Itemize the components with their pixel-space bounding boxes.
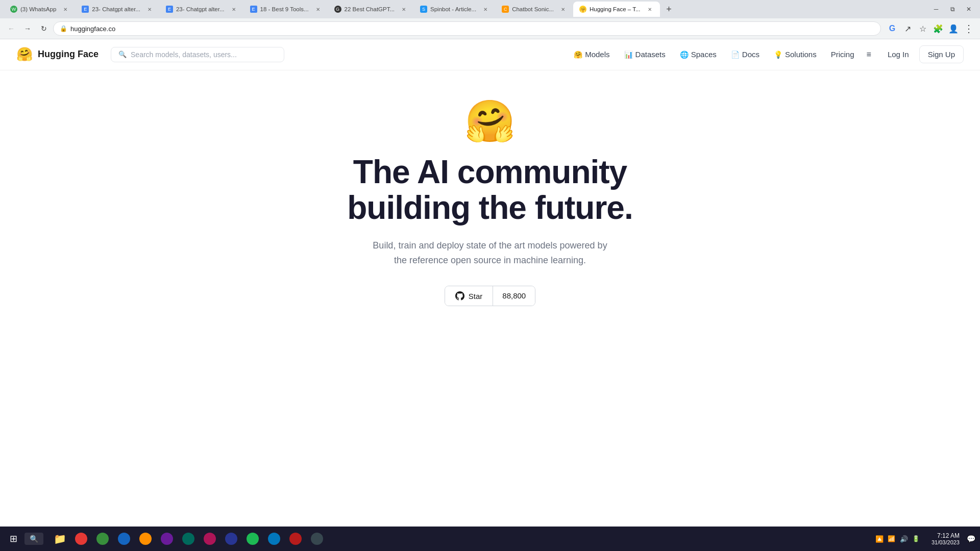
nav-actions: G ↗ ☆ 🧩 👤 ⋮ (885, 21, 976, 36)
bookmark-button[interactable]: ☆ (916, 21, 930, 36)
search-icon: 🔍 (118, 51, 127, 58)
nav-models[interactable]: 🤗 Models (568, 46, 616, 63)
notification-icon[interactable]: 💬 (966, 534, 976, 544)
taskbar-file-explorer[interactable]: 📁 (50, 529, 70, 549)
taskbar-date-display: 31/03/2023 (932, 539, 960, 545)
taskbar-app-11[interactable] (307, 529, 327, 549)
taskbar-search[interactable]: 🔍 (24, 533, 43, 545)
tab-close-5[interactable]: ✕ (400, 5, 408, 13)
tab-label-2: 23- Chatgpt alter... (92, 6, 140, 12)
tab-huggingface[interactable]: 🤗 Hugging Face – T... ✕ (573, 2, 660, 17)
taskbar-app-3[interactable] (114, 529, 134, 549)
start-button[interactable]: ⊞ (4, 530, 22, 548)
url-text: huggingface.co (70, 25, 115, 33)
spaces-icon: 🌐 (680, 51, 689, 59)
star-label: Star (469, 292, 483, 300)
nav-datasets[interactable]: 📊 Datasets (618, 46, 672, 63)
tab-4[interactable]: E 18 - Best 9 Tools... ✕ (244, 2, 328, 17)
taskbar-app-10-icon (289, 533, 302, 545)
tab-favicon-2: E (82, 6, 89, 13)
tab-label-whatsapp: (3) WhatsApp (20, 6, 56, 12)
taskbar-app-10[interactable] (285, 529, 306, 549)
tab-3[interactable]: E 23- Chatgpt alter... ✕ (160, 2, 244, 17)
taskbar-icons: 📁 (50, 529, 327, 549)
tab-close-2[interactable]: ✕ (145, 5, 154, 13)
signup-button[interactable]: Sign Up (919, 45, 964, 63)
nav-spaces[interactable]: 🌐 Spaces (674, 46, 723, 63)
extension-button[interactable]: 🧩 (931, 21, 945, 36)
tab-close-6[interactable]: ✕ (481, 5, 489, 13)
taskbar-app-6[interactable] (178, 529, 199, 549)
hero-subtitle: Build, train and deploy state of the art… (373, 238, 607, 268)
window-close-button[interactable]: ✕ (962, 2, 976, 16)
battery-icon[interactable]: 🔋 (911, 534, 921, 544)
address-bar[interactable]: 🔒 huggingface.co (53, 21, 881, 36)
nav-menu-icon[interactable]: ≡ (863, 46, 875, 63)
window-minimize-button[interactable]: ─ (929, 2, 943, 16)
nav-docs[interactable]: 📄 Docs (725, 46, 766, 63)
hero-title: The AI community building the future. (347, 154, 632, 226)
share-button[interactable]: ↗ (900, 21, 915, 36)
taskbar-app-4[interactable] (135, 529, 156, 549)
taskbar-app-1[interactable] (71, 529, 91, 549)
taskbar-right: 🔼 📶 🔊 🔋 7:12 AM 31/03/2023 💬 (874, 532, 976, 545)
taskbar-app-4-icon (139, 533, 152, 545)
site-nav-links: 🤗 Models 📊 Datasets 🌐 Spaces 📄 Docs 💡 So… (568, 46, 875, 63)
star-button[interactable]: Star (445, 286, 494, 306)
sys-expand-icon[interactable]: 🔼 (874, 534, 885, 544)
profile-button[interactable]: 👤 (946, 21, 961, 36)
tab-label-3: 23- Chatgpt alter... (176, 6, 225, 12)
volume-icon[interactable]: 🔊 (899, 534, 909, 544)
github-icon (455, 291, 464, 300)
solutions-icon: 💡 (774, 51, 782, 59)
taskbar-app-5[interactable] (157, 529, 177, 549)
hero-section: 🤗 The AI community building the future. … (0, 70, 980, 327)
taskbar-app-8[interactable] (221, 529, 241, 549)
login-button[interactable]: Log In (879, 46, 917, 63)
window-controls: ─ ⧉ ✕ (929, 2, 976, 16)
back-button[interactable]: ← (4, 21, 18, 36)
docs-icon: 📄 (731, 51, 740, 59)
tab-favicon-5: G (334, 6, 341, 13)
site-search-bar[interactable]: 🔍 Search models, datasets, users... (111, 47, 284, 62)
google-icon[interactable]: G (885, 21, 899, 36)
tab-close-huggingface[interactable]: ✕ (646, 5, 654, 13)
tab-favicon-4: E (250, 6, 257, 13)
taskbar-time[interactable]: 7:12 AM 31/03/2023 (927, 532, 964, 545)
more-button[interactable]: ⋮ (962, 21, 976, 36)
taskbar-app-7[interactable] (200, 529, 220, 549)
tab-2[interactable]: E 23- Chatgpt alter... ✕ (76, 2, 160, 17)
tab-close-4[interactable]: ✕ (314, 5, 322, 13)
taskbar: ⊞ 🔍 📁 (0, 527, 980, 551)
refresh-button[interactable]: ↻ (37, 21, 51, 36)
tab-5[interactable]: G 22 Best ChatGPT... ✕ (328, 2, 414, 17)
tab-close-7[interactable]: ✕ (559, 5, 567, 13)
taskbar-app-2[interactable] (92, 529, 113, 549)
new-tab-button[interactable]: + (662, 2, 676, 16)
tab-6[interactable]: S Spinbot - Article... ✕ (414, 2, 496, 17)
taskbar-app-7-icon (204, 533, 216, 545)
taskbar-app-11-icon (311, 533, 323, 545)
site-logo[interactable]: 🤗 Hugging Face (16, 46, 99, 62)
models-icon: 🤗 (574, 51, 582, 59)
tab-7[interactable]: C Chatbot Sonic... ✕ (496, 2, 573, 17)
taskbar-app-8-icon (225, 533, 237, 545)
network-icon[interactable]: 📶 (887, 534, 897, 544)
star-count: 88,800 (493, 286, 535, 306)
tab-close-3[interactable]: ✕ (230, 5, 238, 13)
taskbar-app-spotify[interactable] (242, 529, 263, 549)
forward-button[interactable]: → (20, 21, 35, 36)
window-restore-button[interactable]: ⧉ (945, 2, 960, 16)
logo-emoji: 🤗 (16, 46, 33, 62)
tab-close-whatsapp[interactable]: ✕ (61, 5, 69, 13)
tab-whatsapp[interactable]: W (3) WhatsApp ✕ (4, 2, 76, 17)
taskbar-app-2-icon (96, 533, 109, 545)
nav-solutions[interactable]: 💡 Solutions (768, 46, 823, 63)
nav-datasets-label: Datasets (635, 50, 666, 59)
star-button-group: Star 88,800 (445, 286, 535, 306)
nav-docs-label: Docs (742, 50, 760, 59)
nav-pricing[interactable]: Pricing (825, 46, 861, 63)
taskbar-app-9[interactable] (264, 529, 284, 549)
taskbar-app-5-icon (161, 533, 173, 545)
taskbar-app-9-icon (268, 533, 280, 545)
